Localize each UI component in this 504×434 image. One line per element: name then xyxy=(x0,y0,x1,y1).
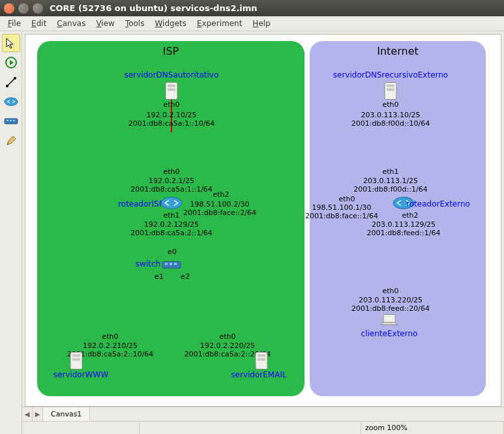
window-close-button[interactable] xyxy=(4,3,14,14)
tool-hub[interactable] xyxy=(2,112,20,130)
status-cell-1 xyxy=(22,422,140,434)
svg-rect-17 xyxy=(168,85,175,87)
pencil-icon xyxy=(5,135,17,147)
laptop-icon xyxy=(379,313,399,328)
menu-tools[interactable]: Tools xyxy=(121,18,149,29)
window-minimize-button[interactable] xyxy=(18,3,29,14)
tool-router[interactable] xyxy=(2,93,20,111)
if-switch-e0: e0 xyxy=(168,248,177,257)
if-roteadorExt-eth2: eth2 xyxy=(402,212,418,220)
menu-canvas[interactable]: Canvas xyxy=(53,18,89,29)
server-icon xyxy=(253,351,270,371)
icon-laptop-cliente[interactable] xyxy=(379,313,399,330)
svg-line-1 xyxy=(7,78,15,86)
if-roteadorISP-eth1: eth1 xyxy=(163,212,179,220)
server-icon xyxy=(382,81,399,101)
canvas-viewport[interactable]: ISP Internet xyxy=(25,34,501,407)
left-toolbar xyxy=(0,31,22,434)
tool-link[interactable] xyxy=(2,73,20,91)
svg-rect-6 xyxy=(7,120,8,121)
menu-edit[interactable]: Edit xyxy=(27,18,50,29)
zone-internet-title: Internet xyxy=(310,45,486,57)
link-icon xyxy=(5,76,17,88)
menu-view[interactable]: View xyxy=(92,18,118,29)
statusbar: zoom 100% xyxy=(22,421,504,434)
addr-roteadorISP-up: 192.0.2.1/25 2001:db8:ca5a:1::1/64 xyxy=(130,177,213,194)
if-switch-e1: e1 xyxy=(155,273,164,282)
svg-rect-28 xyxy=(258,354,265,357)
svg-rect-26 xyxy=(72,358,80,361)
icon-router-isp[interactable] xyxy=(160,196,183,212)
titlebar: CORE (52736 on ubuntu) servicos-dns2.imn xyxy=(0,0,504,16)
svg-rect-32 xyxy=(387,89,394,91)
menu-file[interactable]: File xyxy=(4,18,25,29)
svg-point-2 xyxy=(6,85,8,87)
node-label-servidorDNSautoritativo[interactable]: servidorDNSautoritativo xyxy=(125,70,219,80)
router-icon xyxy=(4,96,18,107)
if-roteadorExt-eth0: eth0 xyxy=(338,195,355,204)
cursor-icon xyxy=(5,37,17,49)
svg-rect-7 xyxy=(10,120,12,121)
node-label-servidorEMAIL[interactable]: servidorEMAIL xyxy=(231,370,286,379)
svg-rect-29 xyxy=(258,358,265,361)
node-label-servidorWWW[interactable]: servidorWWW xyxy=(53,370,109,379)
tool-select[interactable] xyxy=(2,34,20,52)
node-label-dnsext[interactable]: servidorDNSrecursivoExterno xyxy=(333,70,448,80)
window-maximize-button[interactable] xyxy=(33,3,43,14)
if-switch-e2: e2 xyxy=(181,273,190,282)
icon-switch[interactable] xyxy=(162,260,181,272)
icon-server-dnsext[interactable] xyxy=(382,81,399,103)
addr-roteadorExt-up: 203.0.113.1/25 2001:db8:f00d::1/64 xyxy=(353,177,427,194)
addr-dnsext: 203.0.113.10/25 2001:db8:f00d::10/64 xyxy=(351,111,430,128)
if-cliente-eth0: eth0 xyxy=(382,287,398,296)
node-label-switch[interactable]: switch xyxy=(136,259,160,268)
if-www-eth0: eth0 xyxy=(102,333,118,341)
menu-widgets[interactable]: Widgets xyxy=(151,18,190,29)
svg-point-4 xyxy=(5,98,18,106)
svg-rect-31 xyxy=(387,85,394,87)
node-label-roteadorISP[interactable]: roteadorISP xyxy=(118,199,164,209)
icon-server-www[interactable] xyxy=(68,351,85,373)
node-label-clienteExterno[interactable]: clienteExterno xyxy=(361,329,418,338)
addr-roteadorExt-down: 203.0.113.129/25 2001:db8:feed::1/64 xyxy=(367,221,441,237)
addr-dnsauth: 192.0.2.10/25 2001:db8:ca5a:1::10/64 xyxy=(128,111,215,128)
canvas-tabbar: ◀ ▶ Canvas1 xyxy=(22,407,504,421)
icon-server-dnsauth[interactable] xyxy=(163,81,180,103)
router-icon xyxy=(160,196,183,210)
icon-server-email[interactable] xyxy=(253,351,270,373)
if-roteadorExt-eth1: eth1 xyxy=(382,168,398,177)
svg-rect-34 xyxy=(383,315,395,323)
if-roteadorISP-eth2: eth2 xyxy=(213,191,229,199)
menu-experiment[interactable]: Experiment xyxy=(193,18,246,29)
tab-scroll-right[interactable]: ▶ xyxy=(33,407,43,421)
addr-roteadorISP-down: 192.0.2.129/25 2001:db8:ca5a:2::1/64 xyxy=(130,221,213,237)
hub-icon xyxy=(4,117,18,126)
addr-cliente: 203.0.113.220/25 2001:db8:feed::20/64 xyxy=(351,297,430,313)
play-icon xyxy=(5,57,17,68)
menubar: File Edit Canvas View Tools Widgets Expe… xyxy=(0,16,504,31)
svg-rect-8 xyxy=(13,120,15,121)
switch-icon xyxy=(162,260,181,270)
tab-canvas1[interactable]: Canvas1 xyxy=(43,407,90,421)
node-label-roteadorExterno[interactable]: roteadorExterno xyxy=(406,199,470,209)
if-dnsext-eth0: eth0 xyxy=(382,101,398,109)
svg-point-19 xyxy=(161,197,182,209)
svg-rect-18 xyxy=(168,89,175,91)
addr-roteadorExt-left: 198.51.100.1/30 2001:db8:face::1/64 xyxy=(305,204,378,220)
app-window: CORE (52736 on ubuntu) servicos-dns2.imn… xyxy=(0,0,504,434)
svg-rect-21 xyxy=(165,263,168,265)
status-zoom: zoom 100% xyxy=(361,422,504,434)
tool-start[interactable] xyxy=(2,53,20,72)
addr-roteadorISP-right: 198.51.100.2/30 2001:db8:face::2/64 xyxy=(183,201,256,217)
server-icon xyxy=(68,351,85,371)
window-title: CORE (52736 on ubuntu) servicos-dns2.imn xyxy=(47,3,258,13)
svg-point-3 xyxy=(14,77,16,80)
status-cell-2 xyxy=(140,422,361,434)
content-area: ISP Internet xyxy=(0,31,504,434)
menu-help[interactable]: Help xyxy=(248,18,274,29)
svg-rect-25 xyxy=(72,354,80,357)
tool-annotate[interactable] xyxy=(2,132,20,150)
tab-scroll-left[interactable]: ◀ xyxy=(22,407,33,421)
if-email-eth0: eth0 xyxy=(219,333,235,341)
svg-rect-23 xyxy=(174,263,177,265)
